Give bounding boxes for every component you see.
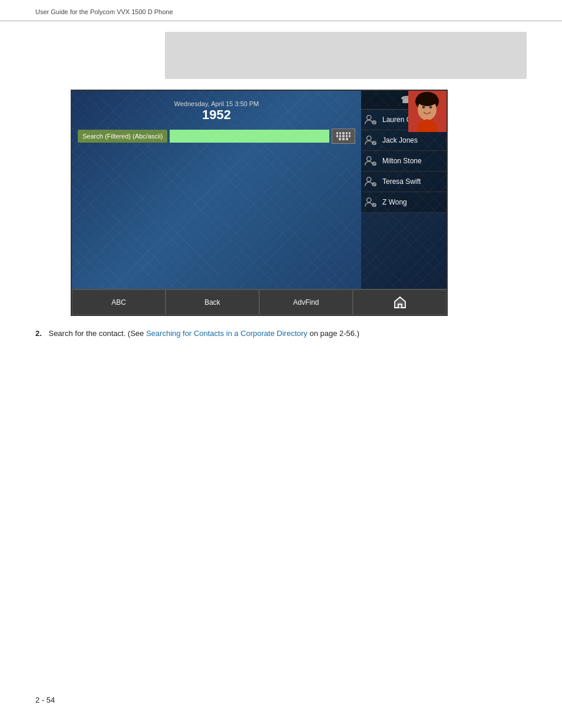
home-icon bbox=[393, 295, 407, 309]
phone-main-area: Wednesday, April 15 3:50 PM 1952 Search … bbox=[72, 91, 361, 315]
search-input[interactable] bbox=[170, 130, 329, 143]
svg-point-19 bbox=[422, 106, 425, 108]
abc-button[interactable]: ABC bbox=[72, 289, 166, 315]
phone-toolbar: ABC Back AdvFind bbox=[72, 289, 447, 315]
step-area: 2. Search for the contact. (See Searchin… bbox=[35, 328, 527, 340]
search-label-button[interactable]: Search (Filtered) (Abc/ascii) bbox=[78, 130, 167, 143]
svg-point-20 bbox=[429, 106, 432, 108]
phone-topbar: Wednesday, April 15 3:50 PM 1952 bbox=[78, 97, 355, 125]
keyboard-button[interactable] bbox=[332, 129, 355, 144]
phone-datetime: Wednesday, April 15 3:50 PM 1952 bbox=[78, 97, 355, 125]
svg-point-0 bbox=[367, 116, 371, 120]
phone-screen: Wednesday, April 15 3:50 PM 1952 Search … bbox=[71, 90, 448, 316]
contact-name-milton-stone: Milton Stone bbox=[380, 153, 447, 169]
phone-sidebar: ☎ 1952 Lauren Gates bbox=[361, 91, 447, 315]
contact-search-icon-2 bbox=[364, 134, 377, 147]
step-text-before: Search for the contact. (See bbox=[48, 329, 146, 338]
svg-point-6 bbox=[367, 157, 371, 161]
contact-search-icon-3 bbox=[364, 154, 377, 167]
search-row: Search (Filtered) (Abc/ascii) bbox=[78, 129, 355, 144]
contact-name-teresa-swift: Teresa Swift bbox=[380, 174, 447, 189]
svg-point-12 bbox=[367, 198, 371, 202]
keyboard-icon bbox=[335, 131, 352, 141]
page-number: 2 - 54 bbox=[35, 696, 55, 704]
svg-point-18 bbox=[416, 92, 438, 106]
contact-search-icon bbox=[364, 113, 377, 126]
date-display: Wednesday, April 15 3:50 PM bbox=[78, 100, 355, 107]
contact-item-z-wong[interactable]: Z Wong bbox=[361, 192, 447, 213]
page-header: User Guide for the Polycom VVX 1500 D Ph… bbox=[0, 0, 562, 21]
step-text-after: on page 2-56.) bbox=[308, 329, 359, 338]
contact-search-icon-5 bbox=[364, 196, 377, 209]
contact-name-jack-jones: Jack Jones bbox=[380, 133, 447, 148]
time-display: 1952 bbox=[78, 107, 355, 123]
contact-item-teresa-swift[interactable]: Teresa Swift bbox=[361, 172, 447, 192]
contact-item-milton-stone[interactable]: Milton Stone bbox=[361, 151, 447, 172]
contact-item-jack-jones[interactable]: Jack Jones bbox=[361, 130, 447, 151]
step-number: 2. bbox=[35, 329, 42, 338]
home-button[interactable] bbox=[353, 289, 447, 315]
contact-search-icon-4 bbox=[364, 175, 377, 188]
svg-point-3 bbox=[367, 136, 371, 140]
step-link[interactable]: Searching for Contacts in a Corporate Di… bbox=[146, 329, 308, 338]
contact-name-z-wong: Z Wong bbox=[380, 195, 447, 210]
svg-point-9 bbox=[367, 177, 371, 182]
svg-rect-21 bbox=[398, 304, 402, 308]
gray-banner bbox=[165, 32, 527, 79]
header-title: User Guide for the Polycom VVX 1500 D Ph… bbox=[35, 8, 173, 15]
user-avatar bbox=[408, 91, 447, 132]
back-button[interactable]: Back bbox=[166, 289, 259, 315]
advfind-button[interactable]: AdvFind bbox=[259, 289, 353, 315]
page-footer: 2 - 54 bbox=[35, 696, 55, 704]
avatar-svg bbox=[408, 91, 447, 132]
